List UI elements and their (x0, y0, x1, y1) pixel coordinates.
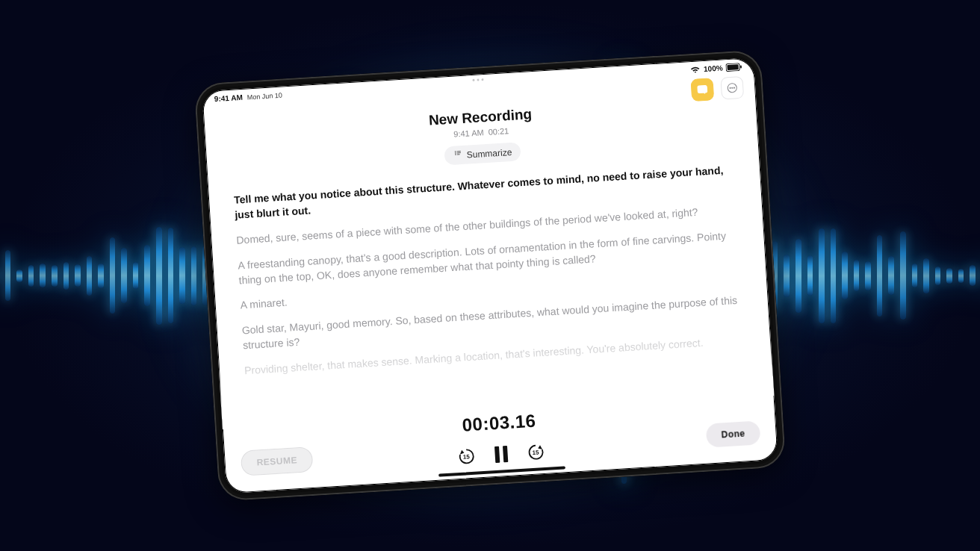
summarize-icon (453, 149, 462, 161)
svg-point-7 (734, 87, 734, 88)
resume-button[interactable]: RESUME (241, 446, 314, 476)
summarize-label: Summarize (466, 146, 512, 160)
skip-forward-button[interactable]: 15 (526, 443, 545, 461)
wifi-icon (690, 66, 701, 74)
transcript-area[interactable]: Tell me what you notice about this struc… (207, 146, 774, 430)
svg-rect-1 (727, 64, 738, 70)
status-time: 9:41 AM (214, 93, 244, 103)
svg-rect-3 (698, 85, 707, 93)
battery-icon (725, 63, 742, 72)
status-date: Mon Jun 10 (247, 92, 283, 102)
pause-button[interactable] (494, 446, 507, 463)
screen: 9:41 AM Mon Jun 10 100% New Rec (202, 57, 778, 494)
more-options-button[interactable] (720, 76, 744, 100)
ipad-device-frame: 9:41 AM Mon Jun 10 100% New Rec (194, 49, 787, 501)
svg-point-6 (732, 87, 733, 88)
transcript-toggle-button[interactable] (690, 78, 714, 102)
svg-rect-2 (740, 65, 742, 68)
battery-percent: 100% (704, 63, 723, 73)
skip-back-button[interactable]: 15 (457, 447, 476, 466)
svg-point-5 (730, 87, 731, 88)
done-button[interactable]: Done (706, 420, 761, 447)
